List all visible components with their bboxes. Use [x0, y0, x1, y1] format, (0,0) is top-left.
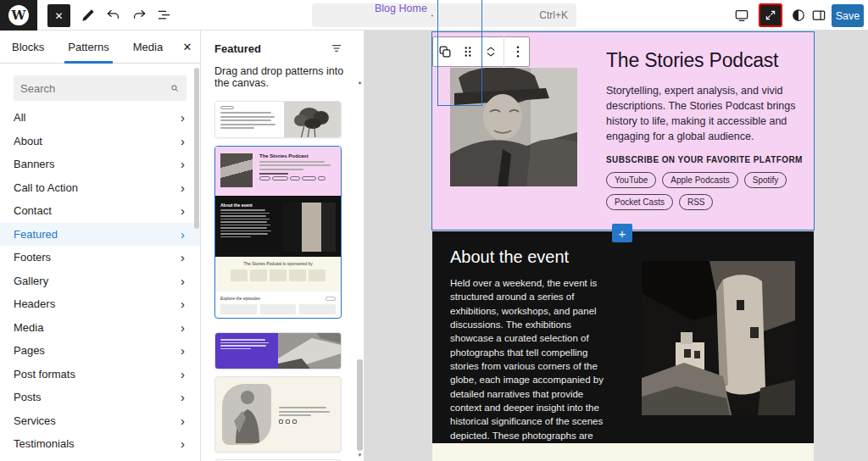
about-title[interactable]: About the event	[450, 247, 569, 267]
close-inserter-button[interactable]: ✕	[175, 31, 200, 63]
mini-badge	[220, 106, 234, 109]
settings-sidebar-button[interactable]	[809, 5, 829, 25]
sponsor-section-top[interactable]	[432, 443, 814, 461]
document-title-bar[interactable]: Blog Home · Template Ctrl+K	[312, 3, 576, 27]
chevron-right-icon: ›	[181, 437, 185, 450]
about-event-block[interactable]: About the event Held over a weekend, the…	[432, 231, 814, 443]
chevron-right-icon: ›	[181, 414, 185, 427]
episode-placeholders	[220, 304, 336, 314]
template-page: The Stories Podcast Storytelling, expert…	[432, 32, 814, 461]
fabric-photo	[278, 333, 341, 369]
pattern-thumbnail-flower[interactable]	[214, 101, 342, 138]
category-testimonials[interactable]: Testimonials›	[0, 432, 200, 456]
chevron-right-icon: ›	[181, 368, 185, 380]
podcast-description[interactable]: Storytelling, expert analysis, and vivid…	[606, 83, 803, 144]
mini-sponsor-section: The Stories Podcast is sponsored by	[215, 257, 341, 292]
pattern-thumbnail-team-member[interactable]	[214, 376, 342, 453]
edit-mode-button[interactable]	[78, 5, 98, 25]
inserter-tabs: Blocks Patterns Media ✕	[0, 31, 200, 64]
social-icons	[279, 419, 334, 424]
zoom-out-toggle-button[interactable]	[759, 3, 782, 27]
category-call-to-action[interactable]: Call to Action›	[0, 176, 200, 200]
platform-button-youtube[interactable]: YouTube	[606, 172, 656, 188]
tab-media[interactable]: Media	[121, 31, 175, 63]
platform-button-pocket-casts[interactable]: Pocket Casts	[606, 194, 673, 210]
filter-icon	[330, 42, 343, 55]
move-up-down-icon	[483, 44, 498, 59]
mini-hero-section: The Stories Podcast	[215, 147, 341, 196]
chevron-right-icon: ›	[181, 204, 185, 217]
mini-explore-section: Explore the episodes	[215, 292, 341, 314]
tab-patterns[interactable]: Patterns	[56, 31, 120, 63]
block-options-button[interactable]	[506, 37, 529, 66]
tab-blocks[interactable]: Blocks	[0, 31, 56, 63]
platform-button-rss[interactable]: RSS	[679, 194, 714, 210]
mini-tower-photo	[283, 203, 336, 252]
mini-text-placeholder	[220, 112, 279, 129]
category-services[interactable]: Services›	[0, 409, 200, 433]
category-posts[interactable]: Posts›	[0, 386, 200, 409]
sidebar-panel-icon	[810, 7, 827, 24]
pattern-thumbnail-stories-podcast-selected[interactable]: The Stories Podcast About the event The …	[214, 146, 342, 319]
chevron-right-icon: ›	[181, 391, 185, 403]
patterns-panel: Featured Drag and drop patterns into the…	[201, 31, 364, 461]
command-shortcut: Ctrl+K	[539, 9, 568, 21]
cliff-dwelling-photo[interactable]	[642, 261, 795, 415]
move-block-buttons[interactable]	[479, 37, 502, 66]
category-contact[interactable]: Contact›	[0, 199, 200, 223]
inserter-sidebar: Blocks Patterns Media ✕ All› About› Bann…	[0, 31, 201, 461]
figure-photo	[222, 384, 271, 445]
view-devices-button[interactable]	[732, 5, 752, 25]
plus-icon: +	[619, 227, 626, 240]
style-book-button[interactable]	[788, 5, 809, 25]
undo-icon	[105, 7, 122, 24]
platform-button-apple-podcasts[interactable]: Apple Podcasts	[662, 172, 738, 188]
mini-text-placeholder	[259, 161, 336, 170]
chevron-right-icon: ›	[181, 181, 185, 194]
chevron-right-icon: ›	[181, 251, 185, 264]
category-featured[interactable]: Featured›	[0, 223, 200, 247]
inserter-toggle-button[interactable]: ✕	[47, 4, 70, 27]
sponsor-logo-placeholders	[215, 269, 341, 281]
kebab-menu-icon	[510, 44, 526, 59]
mini-text-placeholder	[279, 407, 334, 416]
sidebar-scrollbar[interactable]	[194, 66, 199, 458]
flower-photo	[284, 102, 341, 138]
platform-button-spotify[interactable]: Spotify	[744, 172, 787, 188]
save-button[interactable]: Save	[832, 4, 864, 27]
about-body[interactable]: Held over a weekend, the event is struct…	[450, 276, 606, 461]
chevron-right-icon: ›	[181, 158, 185, 170]
document-overview-button[interactable]	[154, 5, 175, 25]
undo-button[interactable]	[103, 5, 124, 25]
category-footers[interactable]: Footers›	[0, 246, 200, 269]
drag-drop-hint: Drag and drop patterns into the canvas.	[214, 65, 350, 89]
subscribe-label[interactable]: SUBSCRIBE ON YOUR FAVORITE PLATFORM	[606, 155, 803, 164]
podcast-title[interactable]: The Stories Podcast	[606, 49, 803, 72]
category-banners[interactable]: Banners›	[0, 153, 200, 176]
category-headers[interactable]: Headers›	[0, 292, 200, 316]
redo-button[interactable]	[129, 5, 149, 25]
wordpress-w-icon: W	[8, 5, 29, 25]
category-media[interactable]: Media›	[0, 316, 200, 340]
category-pages[interactable]: Pages›	[0, 339, 200, 363]
wordpress-logo[interactable]: W	[0, 0, 37, 31]
scroll-up-icon[interactable]: ▲	[356, 80, 364, 85]
list-view-icon	[156, 7, 173, 24]
mini-text-placeholder	[220, 209, 273, 237]
category-about[interactable]: About›	[0, 130, 200, 153]
scroll-down-icon[interactable]: ▼	[356, 453, 364, 458]
pattern-thumbnail-purple-bio[interactable]	[214, 332, 342, 369]
category-gallery[interactable]: Gallery›	[0, 269, 200, 293]
platform-buttons: YouTube Apple Podcasts Spotify Pocket Ca…	[606, 172, 804, 210]
chevron-right-icon: ›	[181, 135, 185, 147]
category-all[interactable]: All›	[0, 106, 200, 130]
search-input[interactable]	[20, 82, 170, 95]
filter-button[interactable]	[330, 42, 343, 55]
patterns-panel-title: Featured	[214, 42, 261, 55]
category-post-formats[interactable]: Post formats›	[0, 363, 200, 386]
mini-about-section: About the event	[215, 196, 341, 257]
patterns-scrollbar[interactable]: ▲ ▼	[356, 31, 364, 461]
chevron-right-icon: ›	[181, 297, 185, 310]
add-block-button[interactable]: +	[612, 224, 632, 242]
chevron-right-icon: ›	[181, 321, 185, 334]
